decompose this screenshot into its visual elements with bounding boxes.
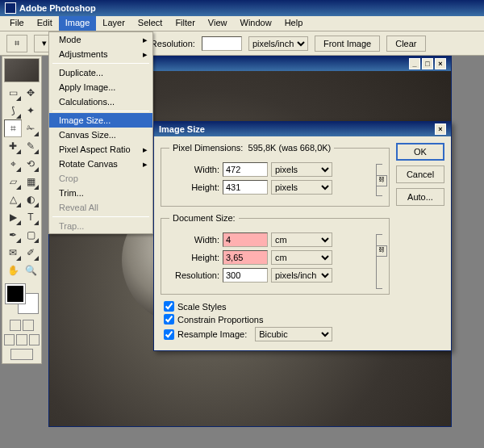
menu-file[interactable]: File bbox=[3, 16, 31, 31]
jump-row bbox=[4, 347, 40, 362]
resolution-unit-select[interactable]: pixels/inch bbox=[271, 268, 332, 283]
menu-filter[interactable]: Filter bbox=[169, 16, 201, 31]
link-bracket bbox=[376, 234, 382, 289]
doc-width-label: Width: bbox=[169, 235, 219, 245]
resolution-input[interactable] bbox=[223, 268, 268, 283]
app-title: Adobe Photoshop bbox=[19, 3, 96, 13]
menu-pixel-aspect[interactable]: Pixel Aspect Ratio bbox=[49, 142, 152, 157]
screen-full-menu-icon[interactable] bbox=[16, 334, 27, 345]
standard-mode-icon[interactable] bbox=[10, 320, 21, 331]
close-icon[interactable]: × bbox=[435, 58, 446, 69]
px-width-input[interactable] bbox=[223, 162, 268, 177]
menubar: File Edit Image Layer Select Filter View… bbox=[0, 16, 484, 31]
color-swatches[interactable] bbox=[4, 283, 40, 315]
screen-full-icon[interactable] bbox=[29, 334, 40, 345]
resolution-unit-select[interactable]: pixels/inch bbox=[248, 36, 308, 51]
auto-button[interactable]: Auto... bbox=[396, 188, 444, 206]
gradient-tool-icon[interactable]: ▦ bbox=[22, 173, 40, 191]
fg-color[interactable] bbox=[6, 284, 25, 304]
menu-edit[interactable]: Edit bbox=[31, 16, 59, 31]
pen-tool-icon[interactable]: ✒ bbox=[4, 226, 22, 244]
quickmask-mode-icon[interactable] bbox=[23, 320, 34, 331]
px-width-unit-select[interactable]: pixels bbox=[271, 162, 332, 177]
image-menu-dropdown: Mode Adjustments Duplicate... Apply Imag… bbox=[48, 31, 153, 234]
px-height-label: Height: bbox=[169, 182, 219, 192]
zoom-tool-icon[interactable]: 🔍 bbox=[22, 262, 40, 279]
resample-method-select[interactable]: Bicubic bbox=[255, 327, 332, 341]
doc-width-unit-select[interactable]: cm bbox=[271, 232, 332, 247]
menu-view[interactable]: View bbox=[202, 16, 234, 31]
menu-rotate-canvas[interactable]: Rotate Canvas bbox=[49, 157, 152, 171]
eraser-tool-icon[interactable]: ▱ bbox=[4, 173, 22, 191]
dialog-title: Image Size bbox=[159, 124, 205, 134]
resolution-label: Resolution: bbox=[151, 39, 195, 48]
menu-canvas-size[interactable]: Canvas Size... bbox=[49, 128, 152, 142]
scale-styles-label: Scale Styles bbox=[177, 302, 227, 312]
menu-image-size[interactable]: Image Size... bbox=[49, 113, 152, 128]
doc-width-input[interactable] bbox=[223, 232, 268, 247]
close-icon[interactable]: × bbox=[435, 124, 446, 135]
px-height-unit-select[interactable]: pixels bbox=[271, 180, 332, 195]
screen-standard-icon[interactable] bbox=[4, 334, 15, 345]
clear-button[interactable]: Clear bbox=[386, 36, 425, 52]
front-image-button[interactable]: Front Image bbox=[315, 36, 380, 52]
constrain-label: Constrain Proportions bbox=[177, 315, 263, 324]
marquee-tool-icon[interactable]: ▭ bbox=[4, 84, 22, 102]
menu-trim[interactable]: Trim... bbox=[49, 186, 152, 200]
maximize-icon[interactable]: □ bbox=[422, 58, 433, 69]
menu-image[interactable]: Image bbox=[59, 16, 97, 31]
history-brush-icon[interactable]: ⟲ bbox=[22, 155, 40, 173]
menu-adjustments[interactable]: Adjustments bbox=[49, 47, 152, 61]
scale-styles-checkbox[interactable] bbox=[164, 301, 174, 312]
cancel-button[interactable]: Cancel bbox=[396, 165, 444, 183]
resample-checkbox[interactable] bbox=[164, 329, 174, 340]
type-tool-icon[interactable]: T bbox=[22, 208, 40, 226]
jump-to-icon[interactable] bbox=[10, 349, 33, 360]
brush-preview bbox=[4, 58, 40, 82]
menu-mode[interactable]: Mode bbox=[49, 32, 152, 47]
move-tool-icon[interactable]: ✥ bbox=[22, 84, 40, 102]
doc-height-input[interactable] bbox=[223, 250, 268, 265]
image-size-dialog: Image Size × Pixel Dimensions: 595,8K (w… bbox=[153, 121, 452, 351]
wand-tool-icon[interactable]: ✦ bbox=[22, 102, 40, 119]
menu-help[interactable]: Help bbox=[278, 16, 310, 31]
shape-tool-icon[interactable]: ▢ bbox=[22, 226, 40, 244]
menu-apply-image[interactable]: Apply Image... bbox=[49, 80, 152, 94]
crop-tool-icon[interactable]: ⌗ bbox=[6, 35, 27, 52]
menu-select[interactable]: Select bbox=[131, 16, 169, 31]
resolution-label: Resolution: bbox=[169, 270, 219, 280]
blur-tool-icon[interactable]: △ bbox=[4, 191, 22, 208]
doc-size-label: Document Size: bbox=[169, 213, 239, 223]
stamp-tool-icon[interactable]: ⌖ bbox=[4, 155, 22, 173]
menu-window[interactable]: Window bbox=[234, 16, 278, 31]
px-height-input[interactable] bbox=[223, 180, 268, 195]
menu-duplicate[interactable]: Duplicate... bbox=[49, 65, 152, 80]
slice-tool-icon[interactable]: ✁ bbox=[22, 119, 40, 137]
resolution-input[interactable] bbox=[202, 36, 242, 51]
separator bbox=[52, 111, 149, 111]
toolbox: ▭✥ ⟆✦ ⌗✁ ✚✎ ⌖⟲ ▱▦ △◐ ▶T ✒▢ ✉✐ ✋🔍 bbox=[2, 56, 42, 364]
screenmode-row bbox=[4, 333, 40, 347]
minimize-icon[interactable]: _ bbox=[409, 58, 420, 69]
eyedropper-icon[interactable]: ✐ bbox=[22, 244, 40, 262]
lasso-tool-icon[interactable]: ⟆ bbox=[4, 102, 22, 119]
ok-button[interactable]: OK bbox=[396, 143, 444, 161]
menu-calculations[interactable]: Calculations... bbox=[49, 94, 152, 109]
constrain-checkbox[interactable] bbox=[164, 314, 174, 324]
dodge-tool-icon[interactable]: ◐ bbox=[22, 191, 40, 208]
hand-tool-icon[interactable]: ✋ bbox=[4, 262, 22, 279]
brush-tool-icon[interactable]: ✎ bbox=[22, 137, 40, 155]
menu-layer[interactable]: Layer bbox=[96, 16, 131, 31]
crop-tool-icon[interactable]: ⌗ bbox=[4, 119, 22, 137]
pixel-dim-label: Pixel Dimensions: bbox=[173, 143, 243, 153]
notes-tool-icon[interactable]: ✉ bbox=[4, 244, 22, 262]
dialog-titlebar[interactable]: Image Size × bbox=[154, 122, 451, 136]
healing-tool-icon[interactable]: ✚ bbox=[4, 137, 22, 155]
menu-crop: Crop bbox=[49, 171, 152, 186]
app-icon bbox=[5, 2, 16, 14]
document-size-group: Document Size: Width: cm Height: cm Reso… bbox=[161, 213, 390, 295]
path-select-icon[interactable]: ▶ bbox=[4, 208, 22, 226]
doc-height-unit-select[interactable]: cm bbox=[271, 250, 332, 265]
chain-icon[interactable]: ⛓ bbox=[376, 245, 387, 257]
chain-icon[interactable]: ⛓ bbox=[376, 175, 387, 186]
